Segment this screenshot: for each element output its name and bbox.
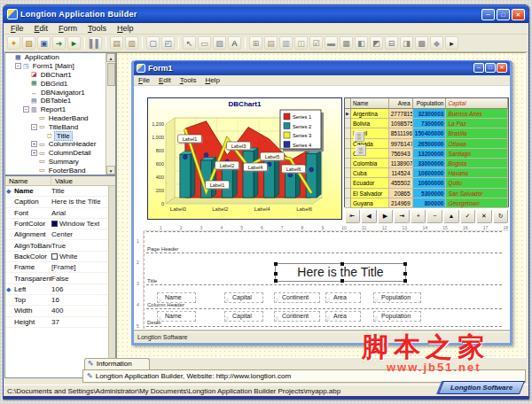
- expand-toggle-icon[interactable]: −: [15, 63, 21, 69]
- prop-top[interactable]: Top16: [5, 295, 115, 306]
- report-field-continent[interactable]: ▯Continent: [274, 292, 320, 303]
- check-box-icon[interactable]: ☑: [309, 36, 323, 50]
- expand-toggle-icon[interactable]: −: [31, 124, 37, 130]
- open-project-icon[interactable]: ▨: [22, 36, 35, 50]
- resize-handle[interactable]: [403, 279, 407, 283]
- label-icon[interactable]: A: [228, 36, 241, 50]
- app-titlebar[interactable]: Longtion Application Builder ─ □ ✕: [4, 5, 528, 23]
- prop-fontcolor[interactable]: FontColorWindow Text: [5, 219, 115, 229]
- menu-help[interactable]: Help: [112, 24, 139, 33]
- resize-handle[interactable]: [274, 272, 278, 276]
- list-box-icon[interactable]: ▥: [279, 36, 293, 50]
- nav-first-button[interactable]: ⇤: [345, 209, 361, 223]
- property-value[interactable]: White: [51, 252, 115, 260]
- property-value[interactable]: 16: [51, 296, 115, 304]
- button-icon[interactable]: ▬: [325, 36, 338, 50]
- report-designer[interactable]: 123456789101112131415161718 12345 Page H…: [135, 224, 509, 329]
- prop-caption[interactable]: CaptionHere is the Title: [5, 197, 115, 207]
- report-field-capital[interactable]: ▯Capital: [224, 292, 263, 303]
- table-row[interactable]: Guyana214969800000Georgetown: [345, 198, 508, 208]
- resize-handle[interactable]: [274, 262, 278, 266]
- resize-handle[interactable]: [340, 279, 344, 283]
- new-form-icon[interactable]: ▢: [146, 36, 160, 50]
- property-scrollbar[interactable]: [108, 186, 115, 377]
- db-chart-icon[interactable]: ◩: [370, 36, 383, 50]
- table-row[interactable]: El Salvador208655300000San Salvador: [345, 189, 508, 198]
- table-row[interactable]: ▶Argentina277781532300003Buenos Aires: [345, 109, 508, 119]
- table-row[interactable]: Ecuador45550210600000Quito: [345, 178, 508, 188]
- report-field-name[interactable]: ▯Name: [157, 311, 196, 322]
- prop-backcolor[interactable]: BackColorWhite: [5, 252, 115, 262]
- nav-insert-button[interactable]: +: [411, 209, 426, 223]
- nav-prior-button[interactable]: ◀: [361, 209, 377, 223]
- property-value[interactable]: False: [51, 275, 115, 283]
- resize-handle[interactable]: [403, 262, 407, 266]
- property-value[interactable]: 400: [51, 307, 115, 315]
- tree-item-dbgrid1[interactable]: ▦DBGrid1: [5, 79, 115, 88]
- report-field-area[interactable]: ▯Area: [325, 311, 361, 322]
- report-field-area[interactable]: ▯Area: [325, 292, 361, 303]
- table-row[interactable]: Cuba11452410600000Havana: [345, 168, 508, 178]
- expand-toggle-icon[interactable]: +: [31, 141, 37, 147]
- form-close-button[interactable]: ✕: [497, 63, 507, 73]
- minimize-button[interactable]: ─: [481, 9, 495, 20]
- build-icon[interactable]: ➜: [52, 36, 66, 50]
- form-menu-tools[interactable]: Tools: [176, 76, 201, 84]
- menu-file[interactable]: File: [5, 24, 29, 33]
- tree-item-footerband[interactable]: ▭FooterBand: [5, 166, 115, 175]
- report-field-continent[interactable]: ▯Continent: [274, 311, 320, 322]
- prop-left[interactable]: ◆Left106: [5, 284, 115, 295]
- nav-post-button[interactable]: ✓: [460, 209, 476, 223]
- property-value[interactable]: Here is the Title: [51, 198, 115, 206]
- preview-form-icon[interactable]: ◰: [161, 36, 175, 50]
- tree-scrollbar[interactable]: ▲ ▼: [106, 53, 115, 175]
- db-grid[interactable]: ▒ ▒ NameAreaPopulationCapital▶Argentina2…: [344, 97, 509, 207]
- table-row[interactable]: Chile75694313200000Santiago: [345, 149, 508, 159]
- db-chart[interactable]: DBChart1 Label1Label3Label2Label5Label4L…: [147, 97, 342, 220]
- prop-height[interactable]: Height37: [5, 317, 115, 328]
- graphic-field-button[interactable]: ▒: [354, 131, 364, 142]
- resize-handle[interactable]: [274, 279, 278, 283]
- expand-toggle-icon[interactable]: +: [31, 150, 37, 156]
- prop-width[interactable]: Width400: [5, 306, 115, 316]
- report-field-name[interactable]: ▯Name: [157, 292, 196, 303]
- form-window[interactable]: Form1 ─ □ ✕ FileEditToolsHelp DBChart1 L…: [131, 60, 512, 346]
- property-value[interactable]: [Frame]: [51, 263, 115, 271]
- tab-information[interactable]: ✎Information: [84, 358, 150, 369]
- tree-item-summary[interactable]: ▭Summary: [5, 158, 115, 167]
- tree-item-dbchart1[interactable]: ◪DBChart1: [5, 71, 115, 80]
- run-icon[interactable]: ►: [67, 36, 81, 50]
- form-menu-edit[interactable]: Edit: [154, 76, 176, 84]
- nav-cancel-button[interactable]: ✕: [476, 209, 492, 223]
- expand-toggle-icon[interactable]: −: [23, 106, 29, 113]
- tree-item-dbnavigator1[interactable]: ↔DBNavigator1: [5, 88, 115, 97]
- table-row[interactable]: Bolivia10985757300000La Paz: [345, 119, 508, 128]
- db-navigator-icon[interactable]: ◧: [355, 36, 368, 50]
- query-icon[interactable]: ◨: [400, 36, 413, 50]
- property-value[interactable]: 106: [51, 285, 115, 293]
- prop-alignment[interactable]: AlignmentCenter: [5, 229, 115, 240]
- pointer-icon[interactable]: ↖: [183, 36, 196, 50]
- copy-icon[interactable]: ▤: [110, 36, 123, 50]
- nav-next-button[interactable]: ▶: [378, 209, 394, 223]
- prop-transparent[interactable]: TransparentFalse: [5, 273, 115, 284]
- report-field-population[interactable]: ▯Population: [373, 292, 421, 303]
- prop-aligntoband[interactable]: AlignToBandTrue: [5, 240, 115, 251]
- band-column-header[interactable]: Column Header ▯Name▯Capital▯Continent▯Ar…: [146, 285, 502, 309]
- tree-item-columndetail[interactable]: +▭ColumnDetail: [5, 149, 115, 158]
- tree-item-headerband[interactable]: ▭HeaderBand: [5, 114, 115, 123]
- tree-item-application[interactable]: ▦Application: [5, 53, 115, 62]
- paste-icon[interactable]: ▥: [125, 36, 138, 50]
- frame-icon[interactable]: ▭: [198, 36, 211, 50]
- new-project-icon[interactable]: ✦: [7, 36, 20, 50]
- combo-box-icon[interactable]: ◫: [294, 36, 308, 50]
- prop-font[interactable]: FontArial: [5, 208, 115, 219]
- edit-box-icon[interactable]: ⊞: [249, 36, 262, 50]
- form-maximize-button[interactable]: □: [485, 63, 496, 73]
- scroll-up-icon[interactable]: ▲: [106, 53, 115, 62]
- maximize-button[interactable]: □: [497, 9, 510, 20]
- tree-item-form1-main[interactable]: −◳Form1 [Main]: [5, 62, 115, 71]
- menu-tools[interactable]: Tools: [82, 24, 112, 33]
- db-grid-icon[interactable]: ▦: [340, 36, 353, 50]
- scroll-down-icon[interactable]: ▼: [106, 166, 115, 175]
